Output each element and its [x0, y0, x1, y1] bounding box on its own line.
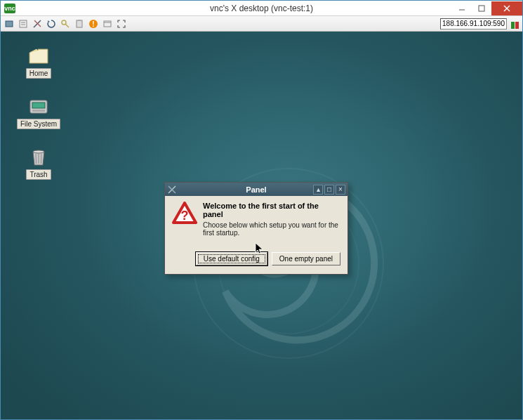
svg-rect-5	[20, 20, 27, 27]
maximize-button[interactable]	[472, 1, 491, 15]
clipboard-icon[interactable]	[73, 18, 86, 30]
toolbar-status: 188.166.91.109:590	[440, 18, 520, 29]
window-title: vnc's X desktop (vnc-test:1)	[210, 4, 313, 13]
info-icon[interactable]: !	[87, 18, 100, 30]
app-icon: vnc	[4, 4, 15, 13]
svg-text:?: ?	[181, 209, 189, 223]
question-warning-icon: ?	[172, 202, 197, 227]
desktop-icon-label: Home	[26, 68, 52, 79]
home-folder-icon	[27, 44, 50, 67]
desktop-icon-filesystem[interactable]: File System	[18, 95, 60, 129]
svg-point-23	[33, 150, 44, 153]
dialog-window-controls: ▴ □ ×	[313, 185, 345, 195]
svg-rect-21	[32, 103, 45, 108]
dialog-title: Panel	[246, 185, 266, 194]
svg-line-26	[41, 154, 42, 164]
svg-rect-12	[77, 20, 82, 27]
dialog-titlebar[interactable]: Panel ▴ □ ×	[165, 183, 347, 196]
svg-rect-22	[32, 110, 45, 112]
svg-line-11	[65, 24, 69, 27]
options-icon[interactable]	[17, 18, 29, 30]
key-icon[interactable]	[59, 18, 72, 30]
svg-rect-16	[104, 21, 111, 27]
svg-text:!: !	[92, 20, 94, 28]
dialog-heading: Welcome to the first start of the panel	[203, 202, 340, 218]
panel-first-start-dialog: Panel ▴ □ × ? Welcome to the	[164, 182, 348, 275]
svg-rect-4	[6, 21, 13, 27]
use-default-config-button[interactable]: Use default config	[196, 252, 267, 265]
desktop-icon-home[interactable]: Home	[18, 44, 60, 79]
minimize-button[interactable]	[452, 1, 472, 15]
dialog-rollup-button[interactable]: ▴	[313, 185, 323, 195]
desktop-icon-label: Trash	[26, 169, 51, 180]
dialog-button-row: Use default config One empty panel	[172, 252, 340, 265]
dialog-close-button[interactable]: ×	[336, 185, 345, 195]
window-controls	[452, 1, 522, 15]
one-empty-panel-button[interactable]: One empty panel	[272, 252, 340, 265]
connection-indicator-icon	[509, 19, 520, 29]
svg-line-24	[36, 154, 37, 164]
tools-icon[interactable]	[31, 18, 44, 30]
fullscreen-icon[interactable]	[115, 18, 128, 30]
vnc-viewer-window: vnc vnc's X desktop (vnc-test:1)	[0, 0, 523, 420]
svg-rect-13	[78, 20, 81, 21]
desktop-icon-trash[interactable]: Trash	[18, 145, 60, 180]
desktop-icon-label: File System	[17, 119, 60, 129]
dialog-subtext: Choose below which setup you want for th…	[203, 221, 340, 237]
remote-desktop[interactable]: Home File System Trash Panel ▴ □	[1, 32, 522, 419]
window-titlebar[interactable]: vnc vnc's X desktop (vnc-test:1)	[1, 1, 522, 16]
settings-icon	[167, 185, 177, 195]
connect-icon[interactable]	[3, 18, 15, 30]
connection-address[interactable]: 188.166.91.109:590	[440, 18, 507, 29]
trash-icon	[27, 145, 50, 168]
window-icon[interactable]	[101, 18, 114, 30]
svg-rect-1	[479, 6, 484, 11]
refresh-icon[interactable]	[45, 18, 58, 30]
dialog-maximize-button[interactable]: □	[324, 185, 334, 195]
close-button[interactable]	[491, 1, 522, 15]
viewer-toolbar: ! 188.166.91.109:590	[1, 16, 522, 32]
filesystem-icon	[27, 95, 50, 117]
dialog-body: ? Welcome to the first start of the pane…	[165, 196, 347, 274]
